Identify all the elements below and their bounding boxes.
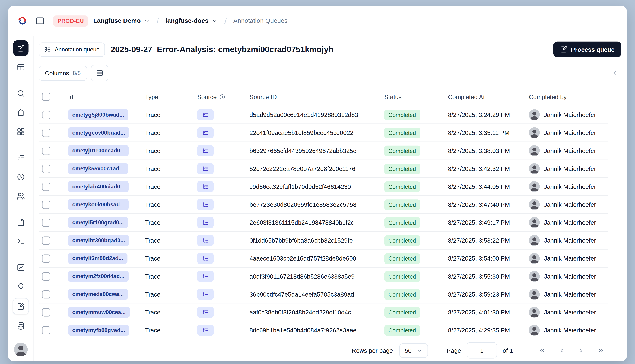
select-all-checkbox[interactable]: [42, 92, 50, 101]
process-queue-button[interactable]: Process queue: [553, 42, 621, 57]
row-id-link[interactable]: cmetyk55x00c1ad...: [68, 163, 128, 174]
row-id-link[interactable]: cmetylht300bqad0...: [68, 235, 129, 246]
trace-source-button[interactable]: [197, 217, 214, 228]
row-id-link[interactable]: cmetymmuw00cea...: [68, 307, 130, 318]
row-id-link[interactable]: cmetylt3m00d2ad...: [68, 253, 127, 264]
row-type: Trace: [142, 147, 194, 154]
sidebar-item-search[interactable]: [13, 86, 29, 101]
completed-by-avatar: [529, 217, 540, 228]
sidebar-item-models[interactable]: [13, 318, 29, 334]
row-checkbox[interactable]: [42, 182, 50, 190]
row-completed-at: 8/27/2025, 3:59:23 PM: [445, 291, 526, 298]
row-type: Trace: [142, 237, 194, 244]
page-number-input[interactable]: [467, 342, 497, 358]
trace-source-button[interactable]: [197, 325, 214, 336]
trace-source-button[interactable]: [197, 181, 214, 192]
row-id-link[interactable]: cmetyko0k00bsad...: [68, 199, 129, 210]
trace-source-button[interactable]: [197, 145, 214, 156]
page-header: Annotation queue 2025-09-27_Error-Analys…: [39, 40, 622, 59]
last-page-button[interactable]: [594, 344, 607, 357]
previous-page-button[interactable]: [555, 344, 568, 357]
row-checkbox[interactable]: [42, 128, 50, 137]
row-id-link[interactable]: cmetyl5r100grad0...: [68, 217, 128, 228]
row-id-link[interactable]: cmetyju1r00ccad0...: [68, 145, 129, 156]
row-checkbox[interactable]: [42, 308, 50, 316]
row-completed-at: 8/27/2025, 4:01:30 PM: [445, 309, 526, 316]
chevrons-right-icon: [597, 346, 604, 354]
table-row: cmetymeds00cwa... Trace 36b90cdfc47e5da1…: [39, 286, 608, 304]
chart-square-icon: [17, 264, 25, 272]
sidebar-item-tracing[interactable]: [13, 150, 29, 166]
lightbulb-icon: [17, 283, 25, 291]
sidebar-item-home[interactable]: [13, 105, 29, 120]
row-checkbox[interactable]: [42, 326, 50, 334]
row-id-link[interactable]: cmetymeds00cwa...: [68, 289, 128, 300]
rows-per-page-select[interactable]: 50: [399, 343, 428, 358]
trace-source-button[interactable]: [197, 235, 214, 246]
row-checkbox[interactable]: [42, 272, 50, 280]
row-completed-by: Jannik Maierhoefer: [526, 325, 608, 336]
collapse-panel-button[interactable]: [608, 66, 621, 80]
annotation-queue-badge[interactable]: Annotation queue: [39, 42, 105, 56]
status-badge: Completed: [384, 127, 420, 138]
row-id-link[interactable]: cmetygeov00buad...: [68, 127, 129, 138]
trace-source-button[interactable]: [197, 109, 214, 120]
row-checkbox[interactable]: [42, 218, 50, 226]
sidebar: [8, 36, 34, 361]
trace-source-button[interactable]: [197, 289, 214, 300]
sidebar-item-prompts[interactable]: [13, 279, 29, 294]
sidebar-item-playground[interactable]: [13, 234, 29, 249]
row-checkbox[interactable]: [42, 164, 50, 173]
row-checkbox[interactable]: [42, 236, 50, 244]
sidebar-item-annotation-queues[interactable]: [13, 298, 29, 314]
row-id-link[interactable]: cmetymyfb00gvad...: [68, 325, 129, 336]
first-page-button[interactable]: [535, 344, 549, 357]
completed-by-avatar: [529, 109, 540, 120]
page-label: Page: [447, 347, 461, 354]
completed-by-name: Jannik Maierhoefer: [544, 255, 596, 262]
trace-source-button[interactable]: [197, 163, 214, 174]
breadcrumb-project[interactable]: langfuse-docs: [165, 17, 218, 24]
trace-source-button[interactable]: [197, 271, 214, 282]
window-body: Annotation queue 2025-09-27_Error-Analys…: [8, 36, 627, 361]
chevron-down-icon: [416, 347, 423, 354]
next-page-button[interactable]: [574, 344, 588, 357]
sidebar-item-sessions[interactable]: [13, 169, 29, 185]
sidebar-item-dashboards[interactable]: [13, 124, 29, 140]
row-id-link[interactable]: cmetykdr400ciad0...: [68, 181, 129, 192]
open-external-button[interactable]: [13, 40, 29, 56]
row-checkbox[interactable]: [42, 290, 50, 298]
rows-icon: [96, 70, 103, 77]
annotation-queue-icon: [17, 302, 25, 310]
row-checkbox[interactable]: [42, 147, 50, 155]
row-checkbox[interactable]: [42, 254, 50, 262]
row-id-link[interactable]: cmetyg5j800bwad...: [68, 109, 128, 120]
trace-source-button[interactable]: [197, 307, 214, 318]
status-badge: Completed: [384, 289, 420, 300]
trace-source-button[interactable]: [197, 253, 214, 264]
trace-tree-icon: [202, 309, 208, 316]
row-checkbox[interactable]: [42, 200, 50, 208]
row-checkbox[interactable]: [42, 111, 50, 119]
sidebar-item-tables[interactable]: [13, 60, 29, 75]
column-header-source: Source: [194, 93, 246, 100]
info-icon[interactable]: [219, 94, 225, 100]
completed-by-name: Jannik Maierhoefer: [544, 327, 596, 334]
row-completed-by: Jannik Maierhoefer: [526, 181, 608, 192]
user-avatar[interactable]: [14, 342, 28, 356]
columns-button[interactable]: Columns 8/8: [39, 66, 87, 81]
row-id-link[interactable]: cmetym2fz00d4ad...: [68, 271, 129, 282]
sidebar-item-datasets[interactable]: [13, 214, 29, 230]
row-height-button[interactable]: [91, 65, 108, 81]
breadcrumb-org[interactable]: Langfuse Demo: [93, 17, 150, 24]
table-body: cmetyg5j800bwad... Trace d5ad9d52a00c6e1…: [39, 106, 608, 340]
trace-source-button[interactable]: [197, 127, 214, 138]
row-completed-by: Jannik Maierhoefer: [526, 271, 608, 282]
sidebar-item-evaluation[interactable]: [13, 260, 29, 275]
status-badge: Completed: [384, 307, 420, 318]
trace-source-button[interactable]: [197, 199, 214, 210]
sidebar-item-users[interactable]: [13, 188, 29, 204]
row-source-id: 4aaece1603cb2e16dd757f28de8de600: [246, 255, 381, 262]
sidebar-toggle-button[interactable]: [33, 14, 48, 28]
completed-by-avatar: [529, 181, 540, 192]
